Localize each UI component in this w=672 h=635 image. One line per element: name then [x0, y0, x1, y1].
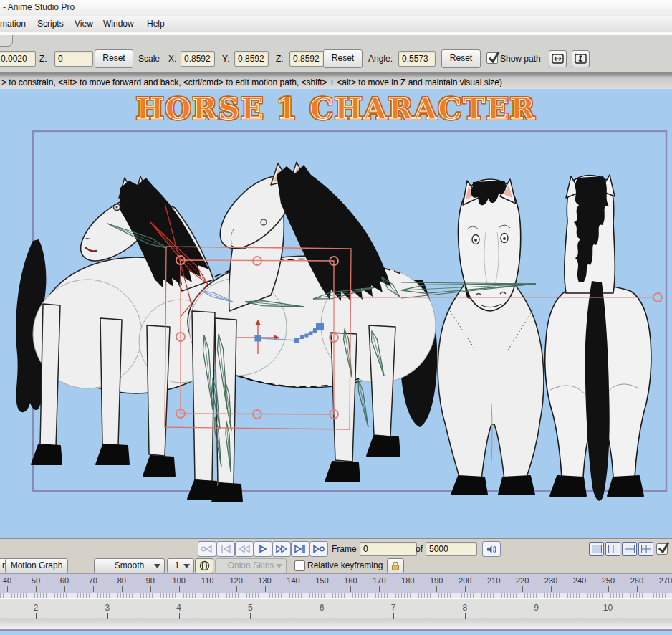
flip-vertical-button[interactable]: [572, 50, 590, 67]
chevron-down-icon: [154, 564, 160, 568]
previous-keyframe-button[interactable]: [216, 541, 235, 557]
frame-ruler-label: 80: [117, 576, 126, 585]
canvas-peek-strip: [0, 631, 672, 635]
frame-ruler-label: 190: [430, 576, 443, 585]
horse-back-view[interactable]: [545, 175, 651, 501]
frame-ruler-tick: [608, 586, 609, 592]
angle-label: Angle:: [368, 54, 393, 64]
fast-forward-button[interactable]: [272, 541, 291, 557]
status-hint-text: > to constrain, <alt> to move forward an…: [1, 77, 502, 87]
enable-drawing-tools-checkbox[interactable]: [656, 543, 668, 555]
frame-ruler-label: 130: [258, 576, 271, 585]
frame-ruler-tick: [522, 586, 523, 592]
scale-x-label: X:: [168, 54, 176, 64]
two-vertical-view-button[interactable]: [605, 542, 620, 556]
frame-ruler-label: 120: [229, 576, 242, 585]
frame-ruler-label: 240: [573, 576, 586, 585]
frame-ruler-tick: [294, 586, 294, 592]
single-view-button[interactable]: [589, 542, 604, 556]
relative-keyframing-checkbox[interactable]: [294, 560, 305, 571]
toolbar-tab-notch: [0, 35, 13, 47]
total-frames-input[interactable]: [426, 542, 477, 556]
scale-z-input[interactable]: [289, 51, 324, 67]
menu-scripts[interactable]: Scripts: [37, 19, 64, 29]
frame-ruler-tick: [265, 586, 266, 592]
frame-ruler-tick: [465, 586, 466, 592]
two-horizontal-view-icon: [625, 545, 635, 553]
onion-skin-toggle-button[interactable]: [195, 558, 213, 573]
lock-keyframes-button[interactable]: [387, 558, 404, 573]
angle-input[interactable]: [398, 51, 436, 67]
frame-ruler-label: 70: [89, 576, 97, 585]
menu-help[interactable]: Help: [147, 19, 165, 29]
window-titlebar: - Anime Studio Pro: [0, 0, 672, 16]
frame-ruler-tick: [350, 586, 351, 592]
seconds-ruler-tick: [250, 613, 251, 619]
frame-ruler-tick: [36, 586, 37, 592]
scale-reset-button[interactable]: Reset: [323, 49, 363, 68]
frame-ruler-label: 250: [602, 576, 615, 585]
seconds-ruler-tick: [179, 613, 180, 619]
translate-z-label: Z:: [39, 54, 47, 64]
flip-horizontal-button[interactable]: [549, 50, 567, 67]
document-canvas[interactable]: HORSE 1 CHARACTER: [0, 89, 672, 538]
window-title: - Anime Studio Pro: [3, 2, 75, 12]
chevron-down-icon: [276, 564, 282, 568]
chevron-down-icon: [183, 564, 190, 568]
timeline-seconds-ruler[interactable]: 2345678910: [0, 598, 672, 629]
transform-toolbar: Z: Reset Scale X: Y: Z: Reset Angle: Res…: [0, 35, 672, 72]
menu-animation[interactable]: mation: [0, 19, 26, 29]
show-path-checkbox[interactable]: [486, 52, 498, 64]
translate-reset-button[interactable]: Reset: [95, 49, 133, 68]
seconds-ruler-label: 4: [176, 603, 181, 613]
frame-ruler-tick: [551, 586, 552, 592]
seconds-ruler-tick: [608, 613, 608, 619]
seconds-ruler-label: 10: [603, 603, 613, 613]
audio-mute-button[interactable]: [482, 541, 501, 557]
frame-ruler-label: 170: [373, 576, 385, 585]
speaker-icon: [486, 545, 497, 554]
interpolation-dropdown[interactable]: Smooth: [94, 558, 165, 573]
onion-skins-value: Onion Skins: [228, 560, 274, 570]
go-to-end-button[interactable]: [309, 541, 328, 557]
frame-ruler-label: 160: [344, 576, 357, 585]
frame-ruler-tick: [93, 586, 94, 592]
horse-front-view[interactable]: [438, 179, 544, 495]
rewind-to-start-button[interactable]: [198, 541, 216, 557]
step-to-end-button[interactable]: [291, 541, 309, 557]
relative-keyframing-label: Relative keyframing: [307, 560, 383, 570]
motion-graph-tab-button[interactable]: Motion Graph: [5, 558, 68, 573]
quad-view-button[interactable]: [638, 542, 653, 556]
scale-y-label: Y:: [222, 54, 230, 64]
single-view-icon: [592, 545, 602, 553]
frame-ruler-tick: [179, 586, 180, 592]
translate-y-input[interactable]: [0, 51, 36, 67]
frame-ruler-tick: [7, 586, 8, 592]
menu-window[interactable]: Window: [103, 19, 134, 29]
menu-view[interactable]: View: [75, 19, 93, 29]
angle-reset-button[interactable]: Reset: [441, 49, 481, 68]
translate-z-input[interactable]: [54, 51, 93, 67]
status-bar: > to constrain, <alt> to move forward an…: [0, 72, 672, 89]
scale-x-input[interactable]: [181, 51, 215, 67]
seconds-ruler-tick: [465, 613, 466, 619]
frame-ruler-tick: [408, 586, 408, 592]
scale-y-input[interactable]: [234, 51, 269, 67]
canvas-artwork: [0, 89, 672, 538]
frame-ruler-label: 140: [287, 576, 299, 585]
step-back-button[interactable]: [235, 541, 254, 557]
frame-ruler-tick: [379, 586, 380, 592]
bone-axis: [358, 379, 368, 427]
play-button[interactable]: [254, 541, 272, 557]
timeline-frame-ruler[interactable]: 4050607080901001101201301401501601701801…: [0, 573, 672, 599]
frame-ruler-tick: [436, 586, 437, 592]
two-vertical-view-icon: [608, 545, 618, 553]
two-horizontal-view-button[interactable]: [622, 542, 637, 556]
go-to-end-icon: [312, 545, 325, 553]
seconds-ruler-tick: [322, 613, 322, 619]
step-back-icon: [238, 545, 251, 553]
interpolation-steps-dropdown[interactable]: 1: [167, 558, 194, 573]
frame-ruler-tick: [122, 586, 123, 592]
frame-input[interactable]: [360, 542, 417, 556]
quad-view-icon: [641, 545, 651, 553]
